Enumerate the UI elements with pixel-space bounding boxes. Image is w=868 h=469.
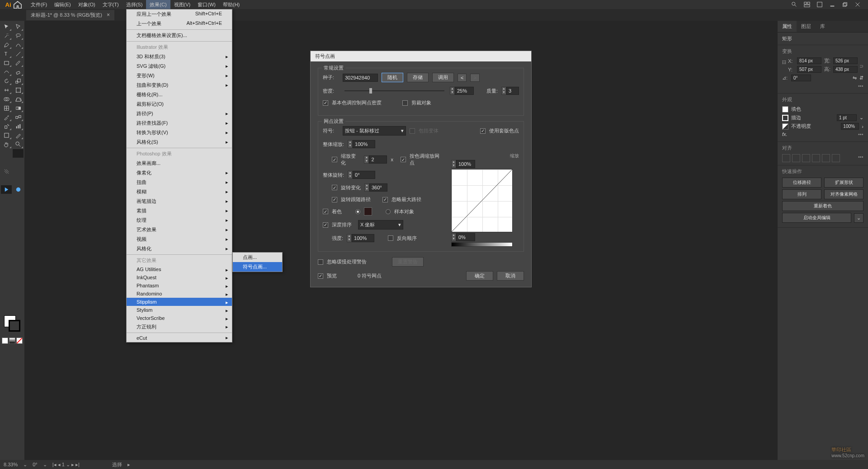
doc-raster-settings[interactable]: 文档栅格效果设置(E)...: [127, 29, 232, 40]
cancel-button[interactable]: 取消: [497, 271, 524, 281]
fx-randomino[interactable]: Randomino▸: [127, 290, 232, 298]
chk-reverse[interactable]: [388, 235, 393, 241]
zoom-tool[interactable]: [13, 140, 24, 149]
y-input[interactable]: [797, 66, 821, 73]
fx-ag-utilities[interactable]: AG Utilities▸: [127, 265, 232, 273]
tool-p1[interactable]: [1, 294, 12, 302]
graph-tool[interactable]: [13, 122, 24, 131]
menu-object[interactable]: 对象(O): [75, 0, 99, 9]
overall-scale-input[interactable]: [353, 140, 375, 148]
tool-e2[interactable]: [13, 194, 24, 203]
transform-more-icon[interactable]: •••: [858, 83, 863, 89]
x-input[interactable]: [797, 57, 821, 64]
chk-crop[interactable]: [402, 100, 408, 106]
panel-tab-layers[interactable]: 图层: [797, 21, 816, 32]
h-input[interactable]: [833, 66, 858, 73]
tool-c1[interactable]: [1, 167, 12, 176]
fill-swatch[interactable]: [782, 106, 788, 113]
align-right-icon[interactable]: [802, 154, 810, 162]
seed-input[interactable]: [343, 74, 378, 82]
menu-edit[interactable]: 编辑(E): [51, 0, 75, 9]
quick-recolor[interactable]: 重新着色: [782, 201, 863, 211]
density-slider[interactable]: [344, 90, 444, 91]
arrange-icon[interactable]: [816, 1, 823, 8]
fx-texture[interactable]: 纹理▸: [127, 216, 232, 225]
search-icon[interactable]: [791, 1, 797, 8]
direct-selection-tool[interactable]: [13, 23, 24, 31]
flip-h-icon[interactable]: ⇋: [853, 75, 857, 81]
menu-effect[interactable]: 效果(C): [146, 0, 170, 9]
curvature-tool[interactable]: [13, 41, 24, 49]
scale-tool[interactable]: [13, 77, 24, 85]
fx-warp[interactable]: 变形(W)▸: [127, 71, 232, 80]
curve-top-input[interactable]: [456, 160, 475, 168]
global-edit-dropdown-icon[interactable]: ⌄: [854, 213, 863, 223]
chk-tint[interactable]: [323, 209, 328, 214]
radio-sample-obj[interactable]: [386, 209, 391, 214]
document-tab[interactable]: 未标题-1* @ 8.33 % (RGB/预览) ×: [26, 10, 114, 20]
tool-blue-arrow[interactable]: [1, 185, 12, 194]
fx-svg[interactable]: SVG 滤镜(G)▸: [127, 61, 232, 71]
next-button[interactable]: >: [470, 74, 479, 82]
tool-n1[interactable]: [1, 276, 12, 284]
color-swatch[interactable]: [4, 315, 20, 332]
fx-phantasm[interactable]: Phantasm▸: [127, 281, 232, 290]
tool-a2[interactable]: [13, 149, 24, 158]
quick-global-edit[interactable]: 启动全局编辑: [782, 213, 851, 223]
tool-o1[interactable]: [1, 285, 12, 293]
fx-3d[interactable]: 3D 和材质(3)▸: [127, 52, 232, 61]
tool-f2[interactable]: [13, 203, 24, 212]
free-transform-tool[interactable]: [13, 86, 24, 94]
menu-file[interactable]: 文件(F): [27, 0, 51, 9]
strength-input[interactable]: [352, 234, 374, 242]
tool-h2[interactable]: [13, 221, 24, 230]
menu-window[interactable]: 窗口(W): [194, 0, 219, 9]
rotate-angle[interactable]: 0°: [33, 462, 38, 467]
tool-c2[interactable]: [13, 167, 24, 176]
tool-k2[interactable]: [13, 249, 24, 257]
fx-cropmarks[interactable]: 裁剪标记(O): [127, 99, 232, 109]
eraser-tool[interactable]: [13, 68, 24, 76]
fx-convert-shape[interactable]: 转换为形状(V)▸: [127, 128, 232, 137]
mesh-tool[interactable]: [1, 104, 12, 113]
curve-bottom-input[interactable]: [456, 233, 475, 241]
appearance-more-icon[interactable]: •••: [858, 131, 863, 137]
ok-button[interactable]: 确定: [466, 271, 493, 281]
symbol-sprayer-tool[interactable]: [1, 122, 12, 131]
quality-input[interactable]: [506, 87, 519, 95]
color-mode-solid[interactable]: [2, 338, 8, 344]
tool-j2[interactable]: [13, 239, 24, 248]
tool-q2[interactable]: [13, 303, 24, 311]
align-left-icon[interactable]: [782, 154, 790, 162]
tool-d2[interactable]: [13, 176, 24, 185]
tool-e1[interactable]: [1, 194, 12, 203]
selection-tool[interactable]: [1, 23, 12, 31]
chk-scale-var[interactable]: [332, 157, 337, 162]
opacity-input[interactable]: [841, 123, 859, 130]
chk-color-scale[interactable]: [401, 157, 406, 162]
width-tool[interactable]: [1, 86, 12, 94]
tool-k1[interactable]: [1, 249, 12, 257]
submenu-stipple[interactable]: 点画...: [233, 253, 282, 262]
fx-stylize[interactable]: 风格化(S)▸: [127, 137, 232, 147]
tool-l2[interactable]: [13, 258, 24, 266]
fx-ecut[interactable]: eCut▸: [127, 333, 232, 342]
fx-stylize-ps[interactable]: 风格化▸: [127, 244, 232, 253]
quick-arrange[interactable]: 排列: [782, 189, 821, 199]
close-tab-icon[interactable]: ×: [107, 12, 110, 18]
radio-tint-color[interactable]: [355, 209, 360, 214]
panel-tab-properties[interactable]: 属性: [778, 21, 797, 32]
align-hcenter-icon[interactable]: [792, 154, 800, 162]
home-icon[interactable]: [13, 0, 23, 9]
tool-h1[interactable]: [1, 221, 12, 230]
align-top-icon[interactable]: [812, 154, 820, 162]
chk-preview[interactable]: [318, 273, 323, 279]
tool-g2[interactable]: [13, 212, 24, 221]
tool-i1[interactable]: [1, 230, 12, 239]
sort-by-select[interactable]: X 坐标▾: [358, 220, 403, 230]
fx-distort[interactable]: 扭曲和变换(D)▸: [127, 80, 232, 90]
menu-select[interactable]: 选择(S): [123, 0, 146, 9]
tool-m2[interactable]: [13, 267, 24, 275]
chk-depth-sort[interactable]: [323, 222, 328, 228]
fx-pixelate[interactable]: 像素化▸: [127, 168, 232, 178]
